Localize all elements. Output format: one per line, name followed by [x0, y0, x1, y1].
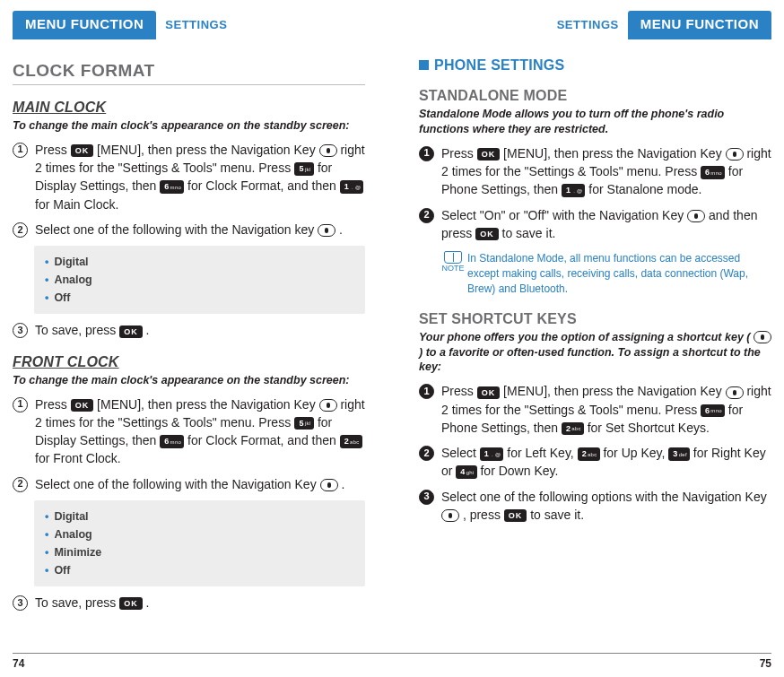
step: 2Select 1 . @ for Left Key, 2abc for Up …	[419, 444, 771, 481]
ok-key-icon: OK	[477, 386, 501, 399]
tab-inactive-right: SETTINGS	[548, 11, 628, 31]
option-row: •Off	[45, 561, 354, 579]
nav-key-icon	[441, 509, 459, 522]
heading-set-shortcut-keys: SET SHORTCUT KEYS	[419, 311, 771, 327]
option-row: •Digital	[45, 508, 354, 525]
note-label: NOTE	[441, 264, 464, 273]
numkey-2-icon: 2abc	[562, 422, 584, 436]
step: 1Press OK [MENU], then press the Navigat…	[13, 395, 365, 468]
ok-key-icon: OK	[477, 148, 501, 161]
options-wrapper: •Digital•Analog•Off	[13, 246, 365, 314]
option-row: •Minimize	[45, 543, 354, 561]
numkey-2-icon: 2abc	[578, 447, 600, 461]
nav-key-icon	[319, 399, 337, 412]
option-row: •Analog	[45, 525, 354, 543]
heading-standalone-mode: STANDALONE MODE	[419, 88, 771, 104]
ok-key-icon: OK	[71, 144, 94, 157]
options-box: •Digital•Analog•Minimize•Off	[34, 500, 365, 586]
step-body: Press OK [MENU], then press the Navigati…	[35, 395, 365, 468]
tab-inactive-left: SETTINGS	[156, 11, 236, 31]
step-body: To save, press OK .	[35, 594, 365, 612]
step: 2Select one of the following with the Na…	[13, 221, 365, 239]
step-number-icon: 3	[13, 323, 28, 338]
step-number-icon: 2	[419, 446, 434, 461]
steps-shortcut: 1Press OK [MENU], then press the Navigat…	[419, 382, 771, 524]
step-body: Select 1 . @ for Left Key, 2abc for Up K…	[441, 444, 771, 481]
ok-key-icon: OK	[119, 597, 143, 610]
numkey-6-icon: 6mno	[701, 166, 725, 179]
option-row: •Digital	[45, 253, 354, 271]
steps-main-clock: 1Press OK [MENU], then press the Navigat…	[13, 141, 365, 340]
step: 1Press OK [MENU], then press the Navigat…	[419, 382, 771, 437]
step-number-icon: 1	[419, 146, 434, 161]
heading-main-clock: MAIN CLOCK	[13, 100, 365, 116]
book-icon	[444, 251, 462, 264]
options-box: •Digital•Analog•Off	[34, 246, 365, 314]
intro-shortcut: Your phone offers you the option of assi…	[419, 330, 771, 376]
step-number-icon: 2	[419, 208, 434, 223]
step: 1Press OK [MENU], then press the Navigat…	[13, 141, 365, 213]
step-number-icon: 2	[13, 222, 28, 238]
page-number-right: 75	[760, 657, 771, 670]
section-heading-phone-settings-text: PHONE SETTINGS	[434, 57, 565, 73]
step: 1Press OK [MENU], then press the Navigat…	[419, 144, 771, 199]
spread: MENU FUNCTION SETTINGS CLOCK FORMAT MAIN…	[0, 0, 784, 677]
step-number-icon: 1	[13, 143, 28, 158]
step: 2Select one of the following with the Na…	[13, 475, 365, 493]
step-body: Select one of the following with the Nav…	[35, 221, 365, 239]
section-heading-phone-settings: PHONE SETTINGS	[419, 57, 771, 74]
ok-key-icon: OK	[504, 509, 527, 522]
page-left: MENU FUNCTION SETTINGS CLOCK FORMAT MAIN…	[0, 0, 392, 677]
heading-front-clock: FRONT CLOCK	[13, 354, 365, 370]
ok-key-icon: OK	[71, 399, 94, 412]
step-number-icon: 3	[419, 490, 434, 505]
page-number-left: 74	[13, 657, 24, 670]
options-wrapper: •Digital•Analog•Minimize•Off	[13, 500, 365, 586]
step-body: Press OK [MENU], then press the Navigati…	[441, 144, 771, 199]
intro-front-clock: To change the main clock's appearance on…	[13, 373, 365, 388]
step-number-icon: 1	[13, 397, 28, 412]
nav-key-icon	[320, 479, 338, 491]
step: 2Select "On" or "Off" with the Navigatio…	[419, 206, 771, 243]
step-number-icon: 1	[419, 384, 434, 399]
note-icon: NOTE	[439, 251, 467, 296]
numkey-6-icon: 6mno	[160, 180, 184, 194]
ok-key-icon: OK	[475, 228, 499, 240]
nav-key-icon	[726, 148, 744, 161]
nav-key-icon	[318, 224, 335, 237]
tab-row-left: MENU FUNCTION SETTINGS	[13, 11, 365, 41]
numkey-6-icon: 6mno	[701, 404, 725, 418]
step-body: To save, press OK .	[35, 321, 365, 339]
tab-active-right: MENU FUNCTION	[628, 11, 771, 38]
page-right: SETTINGS MENU FUNCTION PHONE SETTINGS ST…	[392, 0, 784, 677]
intro-main-clock: To change the main clock's appearance on…	[13, 118, 365, 134]
numkey-6-icon: 6mno	[160, 435, 184, 448]
intro-standalone: Standalone Mode allows you to turn off t…	[419, 107, 771, 137]
numkey-1-icon: 1 . @	[480, 447, 504, 461]
nav-key-icon	[687, 210, 705, 222]
steps-standalone: 1Press OK [MENU], then press the Navigat…	[419, 144, 771, 242]
note-text: In Standalone Mode, all menu functions c…	[467, 251, 771, 296]
section-heading-clock-format: CLOCK FORMAT	[13, 61, 365, 85]
step: 3Select one of the following options wit…	[419, 488, 771, 525]
nav-key-icon	[754, 331, 771, 343]
step-body: Press OK [MENU], then press the Navigati…	[441, 382, 771, 437]
option-row: •Off	[45, 289, 354, 307]
step-number-icon: 2	[13, 477, 28, 492]
nav-key-icon	[726, 386, 744, 399]
footer-rule-left	[13, 653, 392, 654]
step-body: Select "On" or "Off" with the Navigation…	[441, 206, 771, 243]
tab-active-left: MENU FUNCTION	[13, 11, 156, 38]
note-standalone: NOTE In Standalone Mode, all menu functi…	[439, 251, 771, 296]
numkey-4-icon: 4ghi	[456, 465, 476, 479]
nav-key-icon	[319, 144, 337, 157]
footer-rule-right	[392, 653, 771, 654]
numkey-1-icon: 1 . @	[562, 184, 586, 197]
steps-front-clock: 1Press OK [MENU], then press the Navigat…	[13, 395, 365, 612]
option-row: •Analog	[45, 271, 354, 289]
step: 3To save, press OK .	[13, 321, 365, 339]
numkey-3-icon: 3def	[668, 447, 690, 461]
numkey-5-icon: 5jkl	[294, 162, 314, 176]
square-bullet-icon	[419, 60, 429, 70]
step: 3To save, press OK .	[13, 594, 365, 612]
